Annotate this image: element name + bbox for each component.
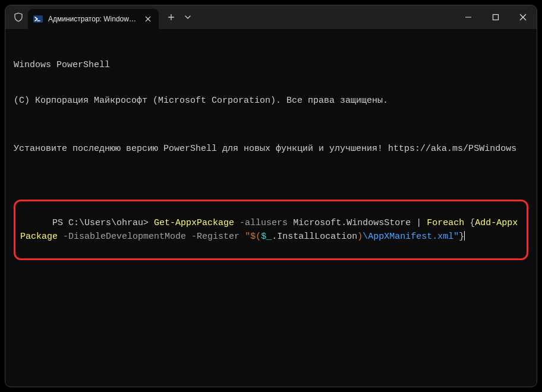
terminal-line: (C) Корпорация Майкрософт (Microsoft Cor… — [14, 95, 528, 107]
highlighted-command-box: PS C:\Users\ohrau> Get-AppxPackage -allu… — [14, 200, 528, 260]
window-controls — [455, 5, 537, 29]
path-string: \AppXManifest.xml" — [363, 232, 459, 242]
cmdlet: Foreach — [427, 218, 464, 228]
brace: { — [464, 218, 475, 228]
shield-icon — [9, 12, 28, 22]
tab-active[interactable]: Администратор: Windows Po — [28, 9, 159, 29]
option: -Register — [191, 232, 240, 242]
tab-menu-dropdown[interactable] — [180, 8, 196, 26]
string-mid: ) — [357, 232, 363, 242]
space — [240, 232, 245, 242]
string-start: "$( — [245, 232, 261, 242]
space — [234, 218, 240, 228]
package-name: Microsoft.WindowsStore — [293, 218, 411, 228]
terminal-body[interactable]: Windows PowerShell (C) Корпорация Майкро… — [5, 29, 537, 387]
prompt: PS C:\Users\ohrau> — [52, 218, 154, 228]
minimize-button[interactable] — [455, 5, 482, 29]
svg-rect-7 — [493, 15, 499, 20]
close-button[interactable] — [509, 5, 537, 29]
option: -allusers — [240, 218, 288, 228]
terminal-line: Установите последнюю версию PowerShell д… — [14, 143, 528, 155]
app-window: Администратор: Windows Po Windows PowerS… — [5, 5, 537, 387]
terminal-line: Windows PowerShell — [14, 59, 528, 71]
brace: } — [459, 232, 464, 242]
property: .InstallLocation — [272, 232, 357, 242]
space — [288, 218, 293, 228]
title-bar[interactable]: Администратор: Windows Po — [5, 5, 537, 29]
powershell-icon — [33, 14, 43, 24]
tab-title: Администратор: Windows Po — [48, 15, 137, 23]
text-cursor — [464, 231, 465, 241]
option: -DisableDevelopmentMode — [63, 232, 186, 242]
pipe: | — [411, 218, 427, 228]
cmdlet: Get-AppxPackage — [154, 218, 234, 228]
variable: $_ — [261, 232, 272, 242]
new-tab-button[interactable] — [162, 8, 180, 26]
space — [186, 232, 191, 242]
maximize-button[interactable] — [482, 5, 509, 29]
svg-rect-0 — [33, 15, 43, 23]
tab-close-button[interactable] — [142, 13, 154, 25]
space — [58, 232, 63, 242]
